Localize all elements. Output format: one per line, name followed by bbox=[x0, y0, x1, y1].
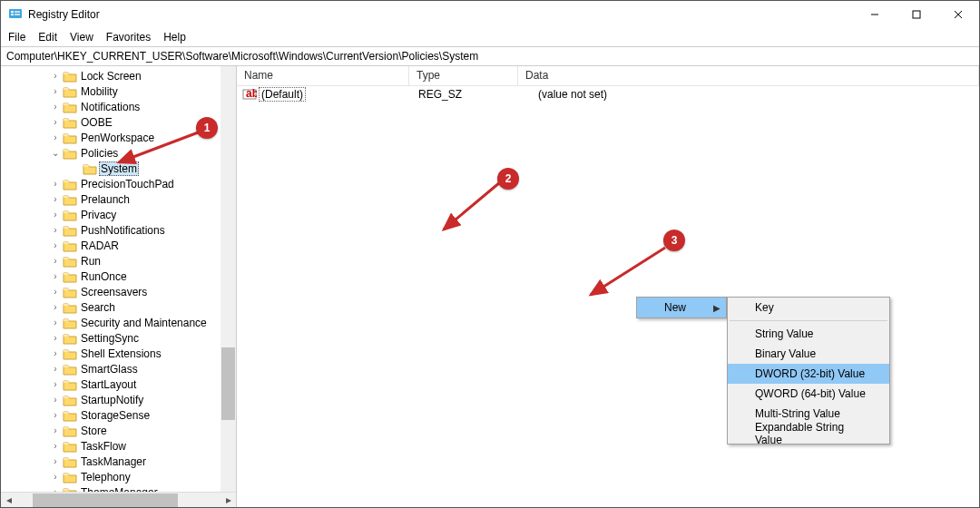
tree-node-label: StartLayout bbox=[79, 378, 138, 391]
tree-node[interactable]: ›Mobility bbox=[1, 83, 236, 99]
folder-icon bbox=[63, 286, 77, 298]
tree-node[interactable]: ›Search bbox=[1, 299, 236, 315]
menu-view[interactable]: View bbox=[70, 31, 93, 44]
context-item-expandstring[interactable]: Expandable String Value bbox=[728, 424, 889, 444]
chevron-right-icon[interactable]: › bbox=[50, 102, 61, 112]
chevron-right-icon[interactable]: › bbox=[50, 410, 61, 420]
tree-node[interactable]: ›RunOnce bbox=[1, 269, 236, 284]
close-button[interactable] bbox=[937, 1, 979, 28]
tree-node[interactable]: ›Screensavers bbox=[1, 284, 236, 299]
chevron-right-icon[interactable]: › bbox=[50, 487, 61, 492]
tree-vertical-scrollbar[interactable] bbox=[220, 66, 236, 492]
context-item-key[interactable]: Key bbox=[728, 298, 889, 318]
chevron-right-icon[interactable]: › bbox=[50, 441, 61, 451]
context-item-new[interactable]: New ▶ bbox=[637, 298, 726, 318]
context-item-string[interactable]: String Value bbox=[728, 324, 889, 344]
tree-node-label: OOBE bbox=[79, 116, 114, 129]
tree-node-label: Security and Maintenance bbox=[79, 317, 209, 329]
chevron-right-icon[interactable]: › bbox=[50, 271, 61, 281]
context-menu: New ▶ bbox=[636, 297, 727, 318]
tree-node[interactable]: ›StorageSense bbox=[1, 407, 236, 423]
address-input[interactable] bbox=[5, 49, 975, 64]
tree-node[interactable]: ›Privacy bbox=[1, 207, 236, 222]
maximize-button[interactable] bbox=[896, 1, 937, 28]
tree-node[interactable]: ›SmartGlass bbox=[1, 361, 236, 376]
tree-node-label: TaskManager bbox=[79, 455, 148, 468]
chevron-right-icon[interactable]: › bbox=[50, 225, 61, 235]
tree-node[interactable]: ›SettingSync bbox=[1, 330, 236, 346]
folder-icon bbox=[63, 147, 77, 160]
scrollbar-thumb[interactable] bbox=[33, 493, 178, 507]
tree-node[interactable]: ›Shell Extensions bbox=[1, 346, 236, 361]
svg-rect-1 bbox=[11, 11, 14, 13]
tree-node[interactable]: ›ThemeManager bbox=[1, 484, 236, 492]
minimize-button[interactable] bbox=[854, 1, 896, 28]
tree-node[interactable]: ›TaskManager bbox=[1, 454, 236, 469]
chevron-right-icon[interactable]: › bbox=[50, 210, 61, 220]
chevron-right-icon[interactable]: › bbox=[50, 132, 61, 142]
tree-node[interactable]: ›RADAR bbox=[1, 238, 236, 253]
scroll-left-button[interactable]: ◂ bbox=[1, 493, 16, 508]
chevron-right-icon[interactable]: › bbox=[50, 117, 61, 127]
scroll-right-button[interactable]: ▸ bbox=[220, 493, 236, 508]
chevron-right-icon[interactable]: › bbox=[50, 71, 61, 81]
menu-favorites[interactable]: Favorites bbox=[106, 31, 151, 44]
menu-file[interactable]: File bbox=[8, 31, 25, 44]
tree-horizontal-scrollbar[interactable]: ◂ ▸ bbox=[1, 492, 236, 507]
tree-node[interactable]: System bbox=[1, 161, 236, 176]
context-item-qword[interactable]: QWORD (64-bit) Value bbox=[728, 384, 889, 404]
tree-node[interactable]: ›TaskFlow bbox=[1, 438, 236, 454]
context-item-dword[interactable]: DWORD (32-bit) Value bbox=[728, 364, 889, 384]
tree-node[interactable]: ›Security and Maintenance bbox=[1, 315, 236, 330]
chevron-right-icon[interactable]: › bbox=[50, 194, 61, 204]
chevron-right-icon[interactable]: › bbox=[50, 333, 61, 343]
tree-node[interactable]: ›Run bbox=[1, 253, 236, 269]
context-item-binary[interactable]: Binary Value bbox=[728, 344, 889, 364]
chevron-right-icon[interactable]: › bbox=[50, 240, 61, 250]
chevron-right-icon[interactable]: › bbox=[50, 456, 61, 466]
col-header-name[interactable]: Name bbox=[237, 66, 409, 85]
string-value-icon: ab bbox=[242, 87, 257, 102]
tree-node-label: StartupNotify bbox=[79, 394, 145, 406]
svg-rect-6 bbox=[913, 11, 920, 18]
tree-node[interactable]: ⌄Policies bbox=[1, 145, 236, 161]
folder-icon bbox=[63, 471, 77, 484]
value-data: (value not set) bbox=[531, 88, 614, 101]
chevron-right-icon[interactable]: › bbox=[50, 395, 61, 405]
folder-icon bbox=[63, 486, 77, 493]
chevron-right-icon[interactable]: › bbox=[50, 379, 61, 389]
tree-node[interactable]: ›PushNotifications bbox=[1, 222, 236, 238]
list-row[interactable]: ab (Default) REG_SZ (value not set) bbox=[237, 86, 979, 103]
tree-node[interactable]: ›Prelaunch bbox=[1, 191, 236, 207]
tree-node-label: Shell Extensions bbox=[79, 347, 163, 360]
menu-edit[interactable]: Edit bbox=[38, 31, 57, 44]
col-header-data[interactable]: Data bbox=[518, 66, 979, 85]
tree-node[interactable]: ›Store bbox=[1, 423, 236, 438]
chevron-right-icon[interactable]: › bbox=[50, 425, 61, 435]
chevron-right-icon[interactable]: › bbox=[50, 302, 61, 312]
tree-node[interactable]: ›Lock Screen bbox=[1, 68, 236, 83]
chevron-right-icon[interactable]: › bbox=[50, 86, 61, 96]
tree-node[interactable]: ›PrecisionTouchPad bbox=[1, 176, 236, 191]
menubar: File Edit View Favorites Help bbox=[1, 28, 979, 46]
tree-node[interactable]: ›StartupNotify bbox=[1, 392, 236, 407]
tree-node[interactable]: ›StartLayout bbox=[1, 376, 236, 392]
scrollbar-thumb[interactable] bbox=[221, 347, 235, 420]
svg-rect-4 bbox=[15, 14, 20, 15]
chevron-right-icon[interactable]: › bbox=[50, 287, 61, 297]
chevron-down-icon[interactable]: ⌄ bbox=[50, 148, 61, 158]
chevron-right-icon[interactable]: › bbox=[50, 472, 61, 482]
svg-rect-3 bbox=[15, 11, 20, 13]
chevron-right-icon[interactable]: › bbox=[50, 256, 61, 266]
chevron-right-icon[interactable]: › bbox=[50, 318, 61, 327]
chevron-right-icon[interactable]: › bbox=[50, 364, 61, 374]
value-type: REG_SZ bbox=[411, 88, 469, 101]
menu-help[interactable]: Help bbox=[163, 31, 186, 44]
folder-icon bbox=[63, 255, 77, 268]
chevron-right-icon[interactable]: › bbox=[50, 179, 61, 189]
chevron-right-icon[interactable]: › bbox=[50, 348, 61, 358]
tree-node[interactable]: ›Telephony bbox=[1, 469, 236, 484]
col-header-type[interactable]: Type bbox=[409, 66, 518, 85]
tree-node-label: Search bbox=[79, 301, 117, 314]
tree-node[interactable]: ›Notifications bbox=[1, 99, 236, 114]
